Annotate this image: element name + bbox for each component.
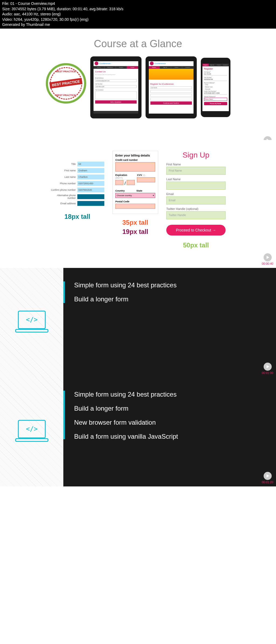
- vehicle-select[interactable]: Please Select: [204, 98, 227, 101]
- label: Email address: [50, 202, 77, 205]
- slide-title: Course at a Glance: [0, 29, 276, 56]
- phone-input[interactable]: 123-456-1234: [95, 85, 137, 88]
- text-input[interactable]: [150, 94, 192, 97]
- label: First Name: [166, 163, 226, 166]
- input-label: Your Question: [95, 89, 137, 91]
- laptop-code-icon: </>: [13, 418, 51, 446]
- name-input[interactable]: Jon Smith: [150, 86, 192, 89]
- file-line: Generated by Thumbnail me: [2, 22, 274, 28]
- text-input[interactable]: [150, 98, 192, 100]
- nav-item[interactable]: Register: [202, 64, 209, 66]
- postal-input[interactable]: [115, 204, 155, 209]
- cc-input[interactable]: [115, 162, 155, 172]
- brand-text: Conference: [99, 62, 111, 65]
- twitter-input[interactable]: Twitter Handle: [166, 211, 226, 219]
- chevron-down-icon: ▾: [153, 194, 154, 197]
- radio-option[interactable]: ○ VISA: [204, 84, 227, 86]
- slide-course-glance: Course at a Glance BEST PRACTICE BEST PR…: [0, 29, 276, 140]
- checkout-button[interactable]: Proceed to Checkout →: [166, 225, 226, 236]
- slide-form-sizes: TitleMr First nameGraham Last nameCharlt…: [0, 140, 276, 257]
- radio-option[interactable]: ○ Master Card: [204, 86, 227, 88]
- nav-item[interactable]: Why Attend: [105, 66, 116, 69]
- file-line: Video: h264, yuv420p, 1280x720, 30.00 fp…: [2, 17, 274, 22]
- firstname-input[interactable]: Graham: [77, 168, 104, 173]
- nav-item[interactable]: Locations: [222, 64, 229, 66]
- process-button[interactable]: Process My Rental: [204, 102, 227, 105]
- svg-text:</>: </>: [26, 425, 37, 433]
- label: First name: [50, 169, 77, 172]
- firstname-input[interactable]: First Name: [166, 167, 226, 175]
- label: Twitter Handle (optional): [166, 207, 226, 210]
- file-line: Audio: aac, 44100 Hz, stereo (eng): [2, 12, 274, 17]
- svg-rect-1: [16, 329, 48, 332]
- nav-item[interactable]: Contact: [171, 66, 182, 69]
- country-select[interactable]: Choose country▾: [115, 193, 155, 198]
- laptop-code-icon: </>: [13, 308, 51, 336]
- label: Last Name: [166, 178, 226, 181]
- text-input[interactable]: [150, 90, 192, 93]
- confirm-phone-input[interactable]: 0207691540: [77, 188, 104, 192]
- svg-rect-4: [16, 439, 48, 441]
- bullet-item: Build a longer form: [74, 295, 265, 303]
- form-small: TitleMr First nameGraham Last nameCharlt…: [50, 162, 104, 207]
- name-input[interactable]: Jon Smith: [204, 73, 227, 76]
- label: Postal Code: [115, 200, 155, 203]
- slide-bullets-2: </> Simple form using 24 best practices …: [0, 377, 276, 486]
- exp-yy-input[interactable]: [127, 180, 135, 185]
- input-label: Cell Number: [95, 83, 137, 85]
- lastname-input[interactable]: Charlton: [77, 175, 104, 179]
- label: Alternative phone number: [50, 194, 77, 199]
- nav-item[interactable]: Register: [149, 66, 160, 69]
- input-label: Credit Card Number*: [204, 90, 227, 92]
- label: Confirm phone number: [50, 189, 77, 191]
- phone-input[interactable]: 02072691450: [77, 181, 104, 186]
- question-input[interactable]: [95, 91, 137, 99]
- nav-item[interactable]: Agenda: [160, 66, 171, 69]
- brand-text: Conference: [155, 62, 166, 65]
- form-billing: Enter your billing details Credit card n…: [112, 151, 158, 214]
- input-label: Payment Method*: [204, 82, 227, 84]
- timestamp-text: 00:01:20: [262, 481, 273, 484]
- play-icon: [264, 472, 272, 480]
- logo-icon: [95, 62, 98, 65]
- nav-item[interactable]: Register: [116, 66, 127, 69]
- nav-item[interactable]: Agenda: [209, 64, 216, 66]
- timestamp-badge: 00:01:00: [262, 363, 273, 374]
- phone-input[interactable]: 4325556789: [204, 79, 227, 81]
- form-heading: Contact Us: [95, 70, 137, 73]
- form-signup: Sign Up First Name First Name Last Name …: [166, 151, 226, 236]
- title-input[interactable]: Mr: [77, 162, 104, 166]
- radio-option[interactable]: ○ Discover: [204, 88, 227, 90]
- label: Last name: [50, 176, 77, 178]
- best-practice-badge: BEST PRACTICE BEST PRACTICE BEST PRACTIC…: [46, 63, 86, 104]
- hero-image: [149, 69, 194, 80]
- accent-bar: [63, 281, 65, 303]
- form-desc: Got a question about the upcoming event?: [95, 74, 137, 76]
- email-input[interactable]: somebody@gmail.com: [95, 79, 137, 82]
- size-caption: 35px tall: [122, 219, 148, 226]
- input-label: Full Name*: [204, 71, 227, 73]
- cc-input[interactable]: 1478 5236 9874 1584: [204, 92, 227, 95]
- timestamp-text: 00:00:40: [262, 262, 273, 265]
- alt-phone-input[interactable]: [77, 194, 104, 199]
- label: Title: [50, 163, 77, 165]
- nav-item[interactable]: Contact: [216, 64, 222, 66]
- nav-item[interactable]: Events: [94, 66, 105, 69]
- label: State: [136, 189, 155, 192]
- email-input[interactable]: Email: [166, 196, 226, 205]
- label: Phone number: [50, 182, 77, 185]
- bullet-item: Build a longer form: [74, 405, 265, 412]
- lastname-input[interactable]: [166, 182, 226, 190]
- badge-main-text: BEST PRACTICE: [49, 78, 82, 89]
- badge-arc-top: BEST PRACTICE: [56, 70, 76, 73]
- phone-register: Register Agenda Contact Locations Regist…: [201, 58, 230, 117]
- input-label: Email Address: [95, 77, 137, 79]
- cvv-input[interactable]: [137, 177, 155, 182]
- exp-mm-input[interactable]: [115, 180, 123, 185]
- nav-item[interactable]: Locations: [182, 66, 194, 69]
- form-title: Enter your billing details: [115, 154, 155, 157]
- ask-button[interactable]: Ask a Question: [95, 100, 137, 104]
- email-input[interactable]: [77, 201, 104, 206]
- nav-item[interactable]: Contact: [127, 66, 138, 69]
- submit-button[interactable]: Continue and Confirm: [150, 101, 192, 105]
